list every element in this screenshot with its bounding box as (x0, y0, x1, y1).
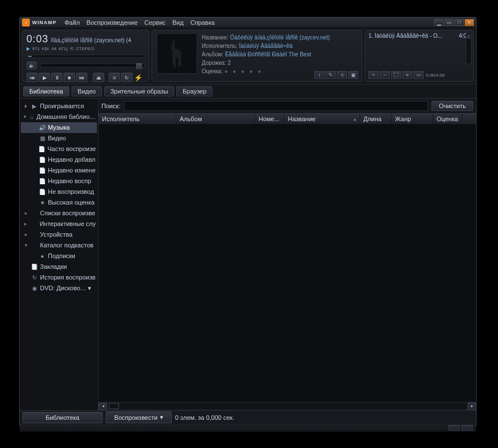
playlist-scrollbar[interactable] (466, 33, 472, 64)
tree-item[interactable]: ▸Списки воспроизве (21, 208, 97, 219)
list-header: ИсполнительАльбомНоме...НазваниеДлинаЖан… (99, 113, 476, 125)
playlist-manage-button[interactable]: ▭ (413, 71, 424, 79)
tab-library[interactable]: Библиотека (23, 86, 69, 96)
clear-button[interactable]: Очистить (432, 101, 473, 111)
tree-item-icon: ▶ (31, 103, 38, 110)
shuffle-button[interactable]: ⤭ (109, 73, 120, 82)
eject-button[interactable]: ⏏ (93, 73, 104, 82)
tree-item[interactable]: ●Подписки (21, 251, 97, 261)
pause-button[interactable]: ⏸ (51, 73, 63, 82)
tree-item[interactable]: 📄Недавно измене (21, 165, 97, 176)
tab-video[interactable]: Видео (72, 86, 102, 96)
column-header[interactable]: Название (284, 114, 360, 124)
tree-item-icon: ⌂ (29, 114, 34, 121)
tab-vis[interactable]: Зрительные образы (104, 86, 174, 96)
maximize-button[interactable]: □ (455, 19, 464, 26)
tree-item[interactable]: 📄Не воспроизвод (21, 187, 97, 197)
column-header[interactable]: Исполнитель (99, 114, 176, 124)
menu-playback[interactable]: Воспроизведение (85, 19, 140, 26)
tree-item[interactable]: 📄Недавно добавл (21, 154, 97, 165)
freq-unit: KГЦ (59, 46, 68, 51)
column-header[interactable]: Номе... (255, 114, 284, 124)
tree-item-label: Музыка (48, 123, 70, 132)
menu-view[interactable]: Вид (170, 19, 186, 26)
tree-item[interactable]: ▦Видео (21, 133, 97, 144)
info-link-button[interactable]: ⎋ (337, 71, 347, 79)
stop-button[interactable]: ■ (64, 73, 75, 82)
tree-item-icon: ↻ (31, 274, 38, 281)
tree-item[interactable]: ◉DVD: Дисково… ▾ (21, 283, 97, 294)
playlist-item-text: 1. Íàòàëüÿ Àâäååâè÷êà - О... (368, 33, 442, 39)
playlist-remove-button[interactable]: − (380, 71, 390, 79)
rating-stars[interactable]: ● ● ● ● ● (224, 68, 263, 74)
column-header[interactable]: Оценка (433, 114, 463, 124)
minimize-button[interactable]: ▁ (434, 19, 443, 26)
tree-item[interactable]: 🔊Музыка (21, 122, 97, 133)
thunder-icon[interactable]: ⚡ (134, 74, 143, 82)
tree-item-icon: 📄 (39, 157, 46, 163)
info-tool-button[interactable]: ✎ (326, 71, 336, 79)
scroll-right-button[interactable]: ▸ (468, 402, 476, 410)
scroll-track[interactable] (108, 403, 467, 409)
mute-button[interactable]: 🔈 (26, 61, 37, 69)
column-header[interactable]: Жанр (392, 114, 433, 124)
tree-item-icon: 📑 (31, 264, 38, 270)
menu-help[interactable]: Справка (188, 19, 217, 26)
info-size-button[interactable]: ↕ (314, 71, 324, 79)
tree-item-icon: ● (39, 253, 46, 260)
tree-item-label: Проигрывается (40, 101, 84, 111)
play-button[interactable]: ▶ (39, 73, 50, 82)
expand-icon: ▸ (23, 209, 29, 218)
link-icon: ⟲ (70, 46, 74, 51)
titlebar: ♪ WINAMP Файл Воспроизведение Сервис Вид… (20, 17, 476, 28)
tree-item[interactable]: ▸Устройства (21, 229, 97, 240)
next-button[interactable]: ⏭ (76, 73, 87, 82)
search-input[interactable] (124, 101, 429, 111)
column-header[interactable]: Длина (360, 114, 392, 124)
footer-shade-button[interactable] (448, 425, 460, 431)
tree-item[interactable]: ↻История воспроизв (21, 272, 97, 283)
scroll-left-button[interactable]: ◂ (99, 402, 107, 410)
app-logo-icon: ♪ (22, 19, 30, 26)
volume-slider[interactable] (40, 63, 145, 68)
playlist-item[interactable]: 1. Íàòàëüÿ Àâäååâè÷êà - О... 4:00 (368, 33, 470, 39)
playlist-add-button[interactable]: + (368, 71, 379, 79)
info-window-button[interactable]: ▣ (348, 71, 358, 79)
column-header[interactable]: Альбом (176, 114, 255, 124)
menu-service[interactable]: Сервис (142, 19, 168, 26)
play-selection-button[interactable]: Воспроизвести▾ (106, 411, 172, 423)
library-button[interactable]: Библиотека (23, 412, 103, 423)
tree-item[interactable]: ▸Интерактивные слу (21, 219, 97, 229)
playlist-misc-button[interactable]: ≡ (402, 71, 412, 79)
playlist-time: 0:00/4:00 (426, 73, 444, 78)
repeat-button[interactable]: ↻ (121, 73, 132, 82)
close-button[interactable]: ✕ (465, 19, 474, 26)
footer-resize-button[interactable] (461, 425, 473, 431)
tree-item-label: История воспроизв (40, 273, 95, 282)
playlist-expand-button[interactable]: ⛶ (391, 71, 401, 79)
tree-item[interactable]: ⏵▶Проигрывается (21, 101, 97, 112)
horizontal-scrollbar[interactable]: ◂ ▸ (99, 402, 476, 410)
menu-file[interactable]: Файл (63, 19, 82, 26)
tree-item-icon: 📄 (39, 189, 46, 196)
scroll-thumb[interactable] (109, 403, 119, 409)
seek-slider[interactable] (26, 55, 145, 58)
shade-button[interactable]: ▭ (444, 19, 453, 26)
dropdown-icon: ▾ (160, 414, 163, 421)
expand-icon: ▸ (23, 219, 29, 229)
tree-item[interactable]: 📑Закладки (21, 261, 97, 272)
status-text: 0 элем. за 0,000 сек. (175, 414, 234, 421)
time-display[interactable]: 0:03 (26, 33, 48, 45)
prev-button[interactable]: ⏮ (26, 73, 38, 82)
tree-item[interactable]: 📄Часто воспроизе (21, 144, 97, 154)
tab-browser[interactable]: Браузер (176, 86, 212, 96)
tree-item-label: Каталог подкастов (40, 241, 94, 250)
tree-item[interactable]: 📄Недавно воспр (21, 176, 97, 187)
tree-item-label: Видео (48, 134, 66, 143)
tree-item[interactable]: ▾⌂Домашняя библио… (21, 112, 97, 122)
view-tabs: Библиотека Видео Зрительные образы Брауз… (20, 84, 476, 99)
tree-item[interactable]: ▾Каталог подкастов (21, 240, 97, 251)
meta-track-key: Дорожка: (202, 60, 226, 66)
tree-item[interactable]: ★Высокая оценка (21, 197, 97, 208)
playlist-panel: 1. Íàòàëüÿ Àâäååâè÷êà - О... 4:00 + − ⛶ … (364, 30, 474, 82)
